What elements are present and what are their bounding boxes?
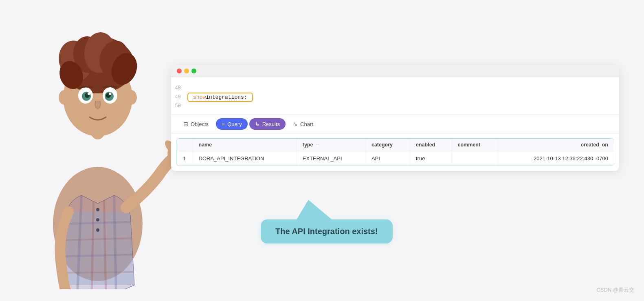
callout-bubble: The API Integration exists!	[261, 219, 393, 243]
objects-icon: ⊟	[183, 121, 188, 127]
line-number-48: 48	[171, 85, 187, 91]
code-line-50: 50	[171, 102, 619, 111]
col-name: name	[193, 139, 297, 151]
code-editor: 48 49 show integrations; 50	[171, 77, 619, 115]
tab-objects[interactable]: ⊟ Objects	[178, 118, 214, 130]
code-lines: 48 49 show integrations; 50	[171, 81, 619, 115]
close-dot	[177, 69, 182, 73]
table-header-row: name type ··· category enabled comment c…	[176, 139, 614, 151]
col-type: type ···	[297, 139, 365, 151]
highlighted-code-box: show integrations;	[187, 93, 253, 102]
watermark: CSDN @青云交	[596, 286, 634, 294]
cell-created-on: 2021-10-13 12:36:22.430 -0700	[498, 151, 614, 166]
tab-chart[interactable]: ∿ Chart	[287, 118, 319, 130]
minimize-dot	[184, 69, 189, 73]
table-row: 1 DORA_API_INTEGRATION EXTERNAL_API API …	[176, 151, 614, 166]
watermark-text: CSDN @青云交	[596, 287, 634, 293]
results-table: name type ··· category enabled comment c…	[176, 139, 614, 166]
col-rownum	[176, 139, 193, 151]
line-number-50: 50	[171, 103, 187, 109]
code-line-48: 48	[171, 84, 619, 93]
svg-point-23	[125, 90, 137, 105]
type-col-dots: ···	[316, 142, 320, 147]
cell-category: API	[365, 151, 410, 166]
cell-name: DORA_API_INTEGRATION	[193, 151, 297, 166]
character-area	[0, 0, 196, 301]
cell-rownum: 1	[176, 151, 193, 166]
results-table-container: name type ··· category enabled comment c…	[176, 138, 614, 166]
cell-enabled: true	[410, 151, 452, 166]
tab-query-label: Query	[227, 121, 242, 127]
cell-type: EXTERNAL_API	[297, 151, 365, 166]
tab-chart-label: Chart	[300, 121, 313, 127]
tab-query[interactable]: ≡ Query	[216, 118, 248, 130]
col-enabled: enabled	[410, 139, 452, 151]
svg-point-22	[59, 90, 70, 105]
tab-objects-label: Objects	[191, 121, 209, 127]
callout-arrow	[296, 200, 333, 220]
svg-point-31	[109, 93, 111, 95]
table-header: name type ··· category enabled comment c…	[176, 139, 614, 151]
svg-point-12	[96, 228, 99, 232]
svg-line-9	[62, 272, 133, 273]
col-comment: comment	[452, 139, 498, 151]
table-body: 1 DORA_API_INTEGRATION EXTERNAL_API API …	[176, 151, 614, 166]
maximize-dot	[191, 69, 196, 73]
keyword-show: show	[193, 94, 206, 100]
results-icon: ↳	[255, 121, 260, 127]
svg-point-10	[96, 208, 99, 211]
line-number-49: 49	[171, 94, 187, 100]
tab-bar: ⊟ Objects ≡ Query ↳ Results ∿ Chart	[171, 115, 619, 133]
callout-text: The API Integration exists!	[275, 227, 378, 236]
line-content-49: show integrations;	[187, 93, 619, 102]
code-line-49: 49 show integrations;	[171, 93, 619, 102]
code-rest: integrations;	[206, 94, 247, 100]
tab-results[interactable]: ↳ Results	[249, 118, 286, 130]
col-category: category	[365, 139, 410, 151]
chart-icon: ∿	[293, 121, 298, 127]
character-illustration	[12, 12, 183, 289]
ui-panel: 48 49 show integrations; 50	[171, 65, 619, 171]
svg-point-11	[96, 218, 99, 221]
window-titlebar	[171, 65, 619, 77]
col-created-on: created_on	[498, 139, 614, 151]
query-icon: ≡	[222, 121, 225, 127]
tab-results-label: Results	[262, 121, 280, 127]
cell-comment	[452, 151, 498, 166]
callout-container: The API Integration exists!	[261, 200, 393, 243]
svg-point-27	[88, 93, 90, 95]
